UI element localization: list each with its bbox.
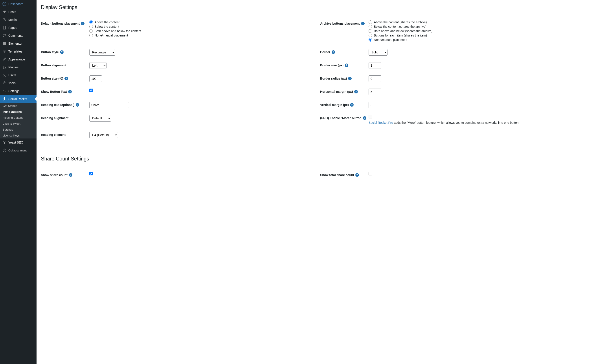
radio-archive-below[interactable]: Below the content (shares the archive) bbox=[368, 25, 591, 28]
radio-both-content[interactable]: Both above and below the content bbox=[89, 29, 311, 33]
heading-text-row: Heading text (optional)? bbox=[41, 102, 311, 108]
sliders-icon bbox=[2, 89, 7, 93]
sidebar-item-elementor[interactable]: Elementor bbox=[0, 40, 36, 48]
svg-rect-9 bbox=[3, 50, 6, 51]
submenu-inline-buttons[interactable]: Inline Buttons bbox=[0, 109, 36, 115]
help-icon[interactable]: ? bbox=[363, 116, 366, 120]
plugin-icon bbox=[2, 65, 7, 69]
vertical-margin-input[interactable] bbox=[368, 102, 381, 108]
brush-icon bbox=[2, 57, 7, 62]
svg-point-17 bbox=[3, 149, 6, 152]
help-icon[interactable]: ? bbox=[68, 90, 72, 93]
sidebar-item-label: Pages bbox=[8, 26, 17, 29]
show-total-share-count-row: Show total share count? bbox=[320, 172, 591, 177]
collapse-icon bbox=[2, 148, 7, 152]
sidebar-item-settings[interactable]: Settings bbox=[0, 87, 36, 95]
horizontal-margin-row: Horizontal margin (px)? bbox=[320, 89, 591, 95]
sidebar-item-users[interactable]: Users bbox=[0, 71, 36, 79]
radio-archive-none[interactable]: None/manual placement bbox=[368, 38, 591, 41]
collapse-menu[interactable]: Collapse menu bbox=[0, 146, 36, 154]
show-button-text-label: Show Button Text bbox=[41, 90, 67, 93]
horizontal-margin-input[interactable] bbox=[368, 89, 381, 95]
sidebar-item-templates[interactable]: Templates bbox=[0, 48, 36, 55]
help-icon[interactable]: ? bbox=[348, 77, 352, 80]
sidebar-item-label: Dashboard bbox=[8, 2, 24, 6]
help-icon[interactable]: ? bbox=[345, 63, 348, 67]
sidebar-item-label: Elementor bbox=[8, 42, 22, 45]
radio-archive-above[interactable]: Above the content (shares the archive) bbox=[368, 21, 591, 24]
help-icon[interactable]: ? bbox=[60, 50, 64, 54]
help-icon[interactable]: ? bbox=[76, 103, 79, 107]
submenu-license-keys[interactable]: License Keys bbox=[0, 132, 36, 138]
help-icon[interactable]: ? bbox=[64, 77, 68, 80]
pro-link[interactable]: Social Rocket Pro bbox=[368, 121, 393, 124]
help-icon[interactable]: ? bbox=[354, 90, 358, 93]
radio-above-content[interactable]: Above the content bbox=[89, 21, 311, 24]
sidebar-item-label: Appearance bbox=[8, 58, 25, 61]
help-icon[interactable]: ? bbox=[81, 22, 85, 25]
sidebar-item-label: Social Rocket bbox=[8, 97, 27, 101]
heading-element-select[interactable]: H4 (Default) bbox=[89, 132, 118, 138]
help-icon[interactable]: ? bbox=[332, 50, 335, 54]
sidebar-item-media[interactable]: Media bbox=[0, 16, 36, 24]
border-size-row: Border size (px)? bbox=[320, 62, 591, 69]
dashboard-icon bbox=[2, 2, 7, 6]
heading-alignment-label: Heading alignment bbox=[41, 116, 68, 120]
heading-element-label: Heading element bbox=[41, 133, 66, 137]
border-radius-input[interactable] bbox=[368, 76, 381, 82]
border-size-input[interactable] bbox=[368, 62, 381, 69]
button-alignment-row: Button alignment Left bbox=[41, 62, 311, 69]
default-placement-label: Default buttons placement bbox=[41, 22, 80, 25]
radio-archive-each[interactable]: Buttons for each item (shares the item) bbox=[368, 34, 591, 37]
button-alignment-select[interactable]: Left bbox=[89, 62, 106, 69]
horizontal-margin-label: Horizontal margin (px) bbox=[320, 90, 353, 93]
default-placement-row: Default buttons placement? Above the con… bbox=[41, 21, 311, 42]
sidebar-item-social-rocket[interactable]: Social Rocket bbox=[0, 95, 36, 103]
yoast-icon bbox=[2, 140, 7, 145]
sidebar-item-pages[interactable]: Pages bbox=[0, 24, 36, 32]
svg-rect-6 bbox=[4, 42, 6, 43]
show-button-text-checkbox[interactable] bbox=[89, 89, 93, 92]
elementor-icon bbox=[2, 41, 7, 46]
sidebar-item-comments[interactable]: Comments bbox=[0, 32, 36, 40]
show-share-count-checkbox[interactable] bbox=[89, 172, 93, 175]
submenu-settings[interactable]: Settings bbox=[0, 127, 36, 132]
button-style-select[interactable]: Rectangle bbox=[89, 49, 115, 56]
radio-below-content[interactable]: Below the content bbox=[89, 25, 311, 28]
sidebar-item-dashboard[interactable]: Dashboard bbox=[0, 0, 36, 8]
media-icon bbox=[2, 18, 7, 22]
help-icon[interactable]: ? bbox=[361, 22, 365, 25]
heading-text-input[interactable] bbox=[89, 102, 129, 108]
button-size-input[interactable] bbox=[89, 76, 102, 82]
vertical-margin-label: Vertical margin (px) bbox=[320, 103, 349, 107]
svg-point-15 bbox=[3, 90, 4, 90]
show-share-count-label: Show share count bbox=[41, 173, 68, 177]
submenu-floating-buttons[interactable]: Floating Buttons bbox=[0, 115, 36, 121]
sidebar-item-posts[interactable]: Posts bbox=[0, 8, 36, 16]
admin-sidebar: Dashboard Posts Media Pages Comments Ele… bbox=[0, 0, 36, 364]
sidebar-item-appearance[interactable]: Appearance bbox=[0, 55, 36, 63]
sidebar-item-plugins[interactable]: Plugins bbox=[0, 63, 36, 71]
svg-line-1 bbox=[4, 3, 5, 4]
heading-alignment-select[interactable]: Default bbox=[89, 115, 111, 122]
sidebar-item-yoast[interactable]: Yoast SEO bbox=[0, 138, 36, 146]
archive-placement-label: Archive buttons placement bbox=[320, 22, 360, 25]
sidebar-item-label: Comments bbox=[8, 34, 23, 37]
collapse-label: Collapse menu bbox=[8, 149, 28, 152]
sidebar-item-label: Tools bbox=[8, 81, 16, 85]
submenu-click-to-tweet[interactable]: Click to Tweet bbox=[0, 121, 36, 127]
radio-none-content[interactable]: None/manual placement bbox=[89, 34, 311, 37]
svg-point-16 bbox=[5, 91, 6, 92]
svg-rect-5 bbox=[3, 42, 4, 45]
help-icon[interactable]: ? bbox=[355, 173, 359, 177]
border-row: Border? Solid bbox=[320, 49, 591, 56]
button-size-label: Button size (%) bbox=[41, 77, 63, 80]
sidebar-item-tools[interactable]: Tools bbox=[0, 79, 36, 87]
svg-rect-11 bbox=[5, 51, 6, 53]
submenu-get-started[interactable]: Get Started bbox=[0, 103, 36, 109]
border-select[interactable]: Solid bbox=[368, 49, 388, 56]
help-icon[interactable]: ? bbox=[350, 103, 354, 107]
help-icon[interactable]: ? bbox=[69, 173, 72, 177]
show-total-share-count-checkbox[interactable] bbox=[368, 172, 372, 175]
radio-archive-both[interactable]: Both above and below (shares the archive… bbox=[368, 29, 591, 33]
